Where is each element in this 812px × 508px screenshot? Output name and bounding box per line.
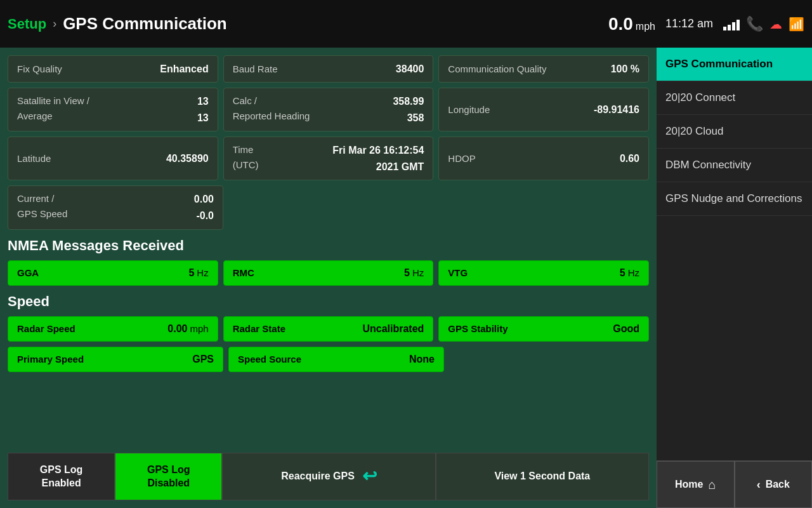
rmc-cell: RMC 5 Hz [223, 260, 434, 286]
top-bar-right: 0.0 mph 11:12 am 📞 ☁ 📶 [608, 14, 804, 34]
reacquire-inner: Reacquire GPS ↩ [281, 465, 377, 488]
fix-quality-cell: Fix Quality Enhanced [8, 55, 218, 83]
hdop-value: 0.60 [620, 153, 639, 164]
speed-row-1: Radar Speed 0.00 mph Radar State Uncalib… [8, 316, 649, 342]
time-cell: Time (UTC) Fri Mar 26 16:12:54 2021 GMT [223, 137, 434, 180]
gps-log-enabled-button[interactable]: GPS Log Enabled [8, 453, 115, 500]
vtg-cell: VTG 5 Hz [438, 260, 649, 286]
info-row-1: Fix Quality Enhanced Baud Rate 38400 Com… [8, 55, 649, 83]
gga-label: GGA [17, 267, 39, 278]
speed-unit: mph [636, 21, 655, 32]
rmc-value: 5 [404, 267, 410, 279]
gps-speed-label: Current / GPS Speed [17, 191, 67, 222]
nmea-section-header: NMEA Messages Received [8, 235, 649, 255]
gga-value: 5 [188, 267, 194, 279]
hdop-cell: HDOP 0.60 [438, 137, 649, 180]
radar-state-cell: Radar State Uncalibrated [223, 316, 434, 342]
hdop-label: HDOP [448, 152, 475, 165]
gga-cell: GGA 5 Hz [8, 260, 218, 286]
primary-speed-value: GPS [192, 354, 214, 365]
time-label: Time (UTC) [233, 142, 259, 173]
view-data-button[interactable]: View 1 Second Data [436, 453, 649, 500]
sidebar-item-dbm-connectivity[interactable]: DBM Connectivity [657, 149, 812, 182]
gps-speed-cell: Current / GPS Speed 0.00 -0.0 [8, 185, 223, 229]
bottom-bar: GPS Log Enabled GPS Log Disabled Reacqui… [8, 453, 649, 500]
gps-stability-value: Good [613, 323, 639, 335]
sidebar-bottom: Home ⌂ ‹ Back [657, 460, 812, 508]
gps-stability-cell: GPS Stability Good [438, 316, 649, 342]
wifi-icon: 📶 [789, 17, 804, 32]
primary-speed-cell: Primary Speed GPS [8, 347, 223, 372]
sidebar-item-gps-nudge[interactable]: GPS Nudge and Corrections [657, 182, 812, 216]
latitude-cell: Latitude 40.35890 [8, 137, 218, 180]
gps-log-disabled-button[interactable]: GPS Log Disabled [115, 453, 222, 500]
refresh-icon: ↩ [362, 465, 377, 488]
time-value: Fri Mar 26 16:12:54 2021 GMT [332, 142, 424, 175]
home-label: Home [675, 479, 703, 490]
rmc-label: RMC [233, 267, 254, 278]
latitude-value: 40.35890 [166, 153, 209, 164]
content-area: Fix Quality Enhanced Baud Rate 38400 Com… [0, 48, 657, 508]
calc-label: Calc / Reported Heading [233, 93, 310, 124]
home-icon: ⌂ [708, 478, 716, 492]
satellite-label: Satallite in View / Average [17, 93, 89, 124]
status-icons: 📞 ☁ 📶 [723, 16, 804, 32]
info-row-2: Satallite in View / Average 13 13 Calc /… [8, 88, 649, 131]
time-display: 11:12 am [665, 17, 713, 30]
satellite-value: 13 13 [197, 93, 209, 126]
home-button[interactable]: Home ⌂ [657, 461, 735, 508]
rmc-unit: Hz [412, 267, 424, 278]
nmea-row: GGA 5 Hz RMC 5 Hz VTG 5 Hz [8, 260, 649, 286]
sidebar-item-gps-communication[interactable]: GPS Communication [657, 48, 812, 81]
speed-source-value: None [409, 354, 435, 365]
sidebar: GPS Communication 20|20 Connect 20|20 Cl… [657, 48, 812, 508]
speed-display: 0.0 mph [608, 14, 655, 34]
radar-speed-unit: mph [190, 323, 208, 334]
gps-speed-value: 0.00 -0.0 [194, 191, 214, 224]
back-arrow-icon: ‹ [757, 478, 761, 491]
speed-section-header: Speed [8, 291, 649, 311]
info-row-4: Current / GPS Speed 0.00 -0.0 [8, 185, 649, 229]
top-bar: Setup › GPS Communication 0.0 mph 11:12 … [0, 0, 812, 48]
baud-rate-label: Baud Rate [233, 62, 278, 76]
comm-quality-label: Communication Quality [448, 62, 546, 76]
primary-speed-label: Primary Speed [17, 354, 84, 364]
calc-heading-cell: Calc / Reported Heading 358.99 358 [223, 88, 434, 131]
calc-value: 358.99 358 [393, 93, 424, 126]
cloud-icon: ☁ [769, 17, 782, 32]
speed-source-cell: Speed Source None [228, 347, 444, 372]
speed-value: 0.0 [608, 14, 633, 34]
radar-speed-value: 0.00 [167, 323, 187, 335]
reacquire-gps-button[interactable]: Reacquire GPS ↩ [222, 453, 435, 500]
page-title: GPS Communication [63, 14, 227, 34]
radar-speed-cell: Radar Speed 0.00 mph [8, 316, 218, 342]
latitude-label: Latitude [17, 152, 51, 165]
vtg-label: VTG [448, 267, 468, 278]
sidebar-item-2020-connect[interactable]: 20|20 Connect [657, 81, 812, 115]
back-label: Back [766, 479, 790, 490]
radar-state-value: Uncalibrated [362, 323, 424, 335]
signal-bars-icon [723, 18, 740, 30]
longitude-value: -89.91416 [594, 104, 639, 116]
radar-speed-label: Radar Speed [17, 323, 75, 334]
back-button[interactable]: ‹ Back [735, 461, 813, 508]
vtg-unit: Hz [628, 267, 639, 278]
setup-link[interactable]: Setup [8, 16, 46, 32]
comm-quality-value: 100 % [611, 64, 639, 75]
speed-source-label: Speed Source [238, 354, 301, 364]
breadcrumb-arrow: › [53, 17, 56, 30]
phone-icon: 📞 [746, 16, 763, 32]
speed-row-2: Primary Speed GPS Speed Source None [8, 347, 649, 372]
info-row-3: Latitude 40.35890 Time (UTC) Fri Mar 26 … [8, 137, 649, 180]
comm-quality-cell: Communication Quality 100 % [438, 55, 649, 83]
gps-stability-label: GPS Stability [448, 323, 508, 334]
satellite-cell: Satallite in View / Average 13 13 [8, 88, 218, 131]
longitude-label: Longitude [448, 103, 490, 116]
baud-rate-cell: Baud Rate 38400 [223, 55, 434, 83]
sidebar-item-2020-cloud[interactable]: 20|20 Cloud [657, 115, 812, 149]
vtg-value: 5 [620, 267, 625, 279]
fix-quality-value: Enhanced [160, 64, 208, 75]
breadcrumb: Setup › GPS Communication [8, 14, 227, 34]
longitude-cell: Longitude -89.91416 [438, 88, 649, 131]
fix-quality-label: Fix Quality [17, 62, 62, 76]
